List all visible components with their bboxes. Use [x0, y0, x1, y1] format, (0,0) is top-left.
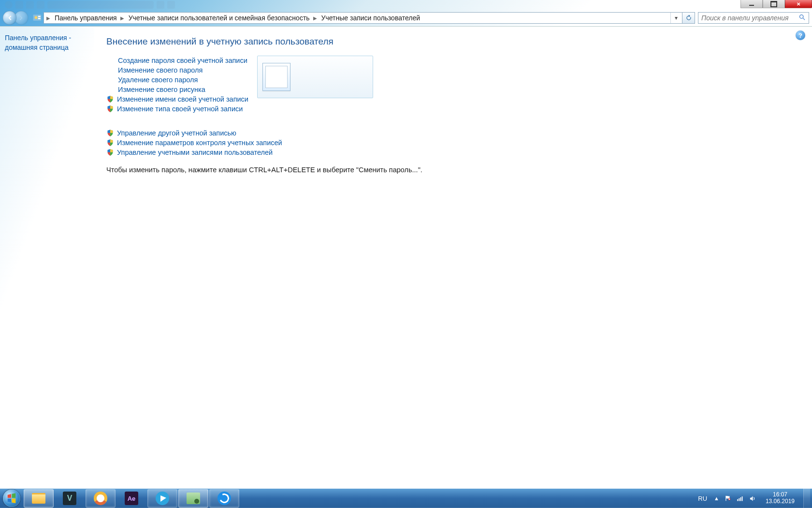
- task-list-secondary: Управление другой учетной записьюИзменен…: [106, 128, 812, 157]
- clock-date: 13.06.2019: [766, 498, 795, 505]
- task-link-item: Изменение своего пароля: [106, 65, 248, 75]
- task-list-primary: Создание пароля своей учетной записиИзме…: [106, 56, 248, 114]
- task-link[interactable]: Изменение параметров контроля учетных за…: [117, 139, 282, 147]
- left-panel: Панель управления - домашняя страница: [0, 27, 94, 489]
- search-icon[interactable]: [798, 14, 806, 22]
- breadcrumb-level1[interactable]: Учетные записи пользователей и семейная …: [126, 13, 312, 23]
- svg-rect-8: [738, 499, 739, 501]
- task-link[interactable]: Изменение типа своей учетной записи: [117, 105, 243, 113]
- breadcrumb-bar[interactable]: ▶ Панель управления ▶ Учетные записи пол…: [44, 12, 682, 24]
- uac-shield-icon: [106, 149, 114, 156]
- control-panel-home-link[interactable]: Панель управления - домашняя страница: [5, 34, 71, 51]
- clock[interactable]: 16:07 13.06.2019: [762, 492, 798, 505]
- avatar-frame: [262, 63, 290, 91]
- minimize-button[interactable]: [740, 0, 763, 8]
- taskbar-item-browser[interactable]: [86, 489, 116, 508]
- task-link[interactable]: Создание пароля своей учетной записи: [118, 57, 247, 64]
- svg-rect-2: [38, 16, 41, 17]
- svg-point-7: [729, 498, 730, 500]
- svg-rect-11: [742, 496, 743, 501]
- breadcrumb-level2[interactable]: Учетные записи пользователей: [319, 13, 422, 23]
- taskbar-item-explorer[interactable]: [24, 489, 54, 508]
- chevron-right-icon: ▶: [45, 15, 52, 21]
- volume-icon[interactable]: [749, 494, 757, 502]
- page-heading: Внесение изменений в учетную запись поль…: [106, 36, 812, 47]
- action-center-flag-icon[interactable]: [724, 494, 732, 502]
- breadcrumb-root[interactable]: Панель управления: [52, 13, 119, 23]
- svg-line-5: [803, 18, 805, 20]
- explorer-nav-row: ▶ Панель управления ▶ Учетные записи пол…: [0, 10, 812, 26]
- password-hint-text: Чтобы изменить пароль, нажмите клавиши C…: [106, 166, 812, 174]
- task-link-item: Изменение типа своей учетной записи: [106, 104, 248, 114]
- window-controls: [740, 0, 812, 8]
- search-box[interactable]: [698, 12, 809, 24]
- task-link[interactable]: Удаление своего пароля: [118, 76, 198, 84]
- taskbar-item-after-effects[interactable]: Ae: [116, 489, 146, 508]
- svg-point-1: [35, 16, 38, 19]
- svg-rect-10: [740, 497, 741, 501]
- chevron-right-icon: ▶: [119, 15, 126, 21]
- svg-rect-3: [38, 18, 41, 19]
- user-account-tile[interactable]: [257, 56, 373, 98]
- task-link[interactable]: Изменение своего рисунка: [118, 86, 205, 93]
- taskbar-item-control-panel[interactable]: [178, 489, 208, 508]
- task-link[interactable]: Управление учетными записями пользовател…: [117, 149, 273, 156]
- system-tray: RU ▲ 16:07 13.06.2019: [696, 489, 812, 508]
- uac-shield-icon: [106, 95, 114, 103]
- control-panel-icon: [32, 13, 43, 23]
- explorer-body: ? Панель управления - домашняя страница …: [0, 26, 812, 489]
- start-button[interactable]: [0, 489, 23, 508]
- svg-point-4: [800, 15, 804, 19]
- svg-rect-9: [739, 498, 740, 501]
- network-icon[interactable]: [737, 494, 744, 502]
- task-link[interactable]: Изменение имени своей учетной записи: [117, 95, 248, 103]
- avatar-placeholder-icon: [265, 66, 288, 88]
- uac-shield-icon: [106, 105, 114, 113]
- close-button[interactable]: [785, 0, 812, 8]
- refresh-button[interactable]: [682, 12, 695, 24]
- address-dropdown-button[interactable]: ▾: [670, 13, 681, 23]
- task-link[interactable]: Управление другой учетной записью: [117, 129, 236, 137]
- task-link-item: Удаление своего пароля: [106, 75, 248, 85]
- task-link-item: Изменение параметров контроля учетных за…: [106, 138, 812, 148]
- maximize-button[interactable]: [763, 0, 785, 8]
- task-link-item: Управление другой учетной записью: [106, 128, 812, 138]
- task-link-item: Изменение имени своей учетной записи: [106, 94, 248, 104]
- background-browser-ghost: [0, 0, 812, 10]
- taskbar-item-v-app[interactable]: V: [55, 489, 85, 508]
- task-link-item: Изменение своего рисунка: [106, 85, 248, 94]
- input-language-indicator[interactable]: RU: [696, 495, 709, 502]
- taskbar-item-telegram[interactable]: [147, 489, 177, 508]
- chevron-right-icon: ▶: [312, 15, 319, 21]
- forward-button[interactable]: [14, 11, 28, 25]
- task-link[interactable]: Изменение своего пароля: [118, 66, 203, 74]
- back-button[interactable]: [3, 11, 16, 25]
- taskbar: V Ae RU ▲ 16:07 13.06.2019: [0, 489, 812, 508]
- uac-shield-icon: [106, 139, 114, 147]
- show-desktop-button[interactable]: [803, 489, 810, 508]
- clock-time: 16:07: [766, 492, 795, 498]
- task-link-item: Управление учетными записями пользовател…: [106, 148, 812, 157]
- show-hidden-icons-button[interactable]: ▲: [714, 495, 719, 501]
- task-link-item: Создание пароля своей учетной записи: [106, 56, 248, 65]
- search-input[interactable]: [701, 14, 798, 22]
- help-icon[interactable]: ?: [796, 30, 805, 40]
- taskbar-item-uplay[interactable]: [209, 489, 239, 508]
- main-panel: Внесение изменений в учетную запись поль…: [97, 27, 812, 174]
- uac-shield-icon: [106, 129, 114, 137]
